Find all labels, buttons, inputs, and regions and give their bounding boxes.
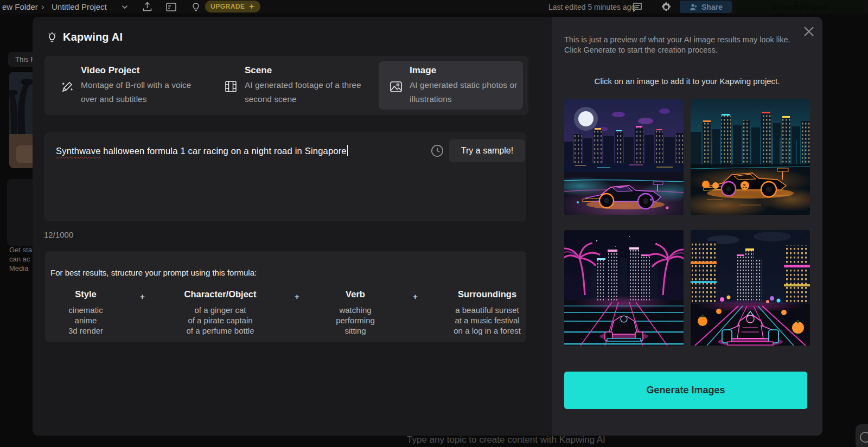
card-title: Scene: [245, 65, 372, 76]
prompt-text: Synthwave halloween formula 1 car racing…: [56, 145, 348, 156]
formula-header: Style: [53, 289, 118, 299]
generate-images-button[interactable]: Generate Images: [564, 372, 807, 409]
last-edited-label: Last edited 5 minutes ago: [548, 0, 635, 14]
card-scene[interactable]: Scene AI generated footage of a three se…: [214, 61, 372, 110]
sidebar-caption-line: can ac: [9, 255, 30, 263]
sidebar-upload-panel[interactable]: [7, 179, 33, 246]
preview-note: This is just a preview of what your AI i…: [564, 35, 790, 55]
generation-type-cards: Video Project Montage of B-roll with a v…: [44, 56, 528, 115]
export-label: Export Project: [773, 2, 828, 11]
preview-note-line: Click Generate to start the creation pro…: [564, 45, 790, 55]
magic-pencil-icon: [61, 80, 74, 93]
media-thumbnail[interactable]: [9, 72, 33, 134]
formula-tips-box: For best results, structure your prompt …: [45, 251, 526, 342]
formula-item: a beautiful sunset: [433, 305, 541, 315]
kapwing-ai-bulb-icon: [47, 32, 58, 43]
breadcrumb-separator: ›: [41, 0, 44, 14]
card-desc: AI generated static photos or illustrati…: [410, 78, 523, 106]
char-count: 12/1000: [44, 230, 73, 239]
formula-item: 3d render: [53, 325, 118, 336]
sidebar-caption-line: Media: [9, 264, 28, 272]
help-circle-icon: [859, 431, 868, 443]
formula-header: Character/Object: [161, 289, 280, 299]
formula-item: performing: [317, 315, 393, 325]
preview-note-line: This is just a preview of what your AI i…: [564, 35, 790, 45]
sidebar-caption-line: Get sta: [9, 246, 32, 254]
canvas-settings-icon[interactable]: [166, 0, 176, 14]
try-sample-button[interactable]: Try a sample!: [449, 139, 525, 162]
formula-header: Surroundings: [433, 289, 541, 299]
help-widget-button[interactable]: [856, 424, 868, 447]
ai-preview-image-4[interactable]: [691, 230, 810, 346]
plus-sign: +: [413, 292, 418, 301]
formula-item: anime: [53, 315, 118, 325]
history-clock-icon[interactable]: [431, 144, 444, 157]
suggestions-bulb-icon[interactable]: [191, 0, 201, 14]
kapwing-ai-modal: Kapwing AI Video Project Montage of B-ro…: [33, 17, 822, 436]
formula-intro: For best results, structure your prompt …: [50, 268, 257, 277]
top-bar: ew Folder › Untitled Project UPGRADE Las…: [0, 0, 868, 14]
card-image[interactable]: Image AI generated static photos or illu…: [379, 61, 523, 110]
share-button[interactable]: Share: [680, 1, 732, 13]
card-desc: Montage of B-roll with a voice over and …: [81, 78, 208, 106]
close-icon[interactable]: [803, 26, 814, 37]
share-person-icon: [689, 3, 698, 11]
misspelled-word: Synthwave: [56, 146, 101, 156]
comments-icon[interactable]: [633, 0, 642, 14]
export-project-button[interactable]: Export Project: [736, 1, 865, 13]
modal-title: Kapwing AI: [63, 31, 123, 43]
ai-preview-image-2[interactable]: [691, 99, 810, 215]
upload-icon[interactable]: [142, 0, 152, 14]
ai-preview-image-3[interactable]: [564, 230, 684, 346]
upgrade-button[interactable]: UPGRADE: [205, 1, 260, 12]
breadcrumb-folder[interactable]: ew Folder: [2, 0, 38, 14]
prompt-rest: halloween formula 1 car racing on a nigh…: [101, 146, 347, 156]
formula-item: at a music festival: [433, 315, 541, 325]
formula-item: of a pirate captain: [161, 315, 280, 325]
card-title: Video Project: [81, 65, 208, 76]
kapwing-editor-screen: ew Folder › Untitled Project UPGRADE Las…: [0, 0, 868, 447]
chevron-down-icon[interactable]: [122, 0, 128, 14]
formula-item: watching: [317, 305, 393, 315]
formula-item: on a log in a forest: [433, 325, 541, 336]
project-title[interactable]: Untitled Project: [52, 0, 107, 14]
plus-sign: +: [295, 292, 299, 301]
film-icon: [225, 80, 238, 93]
sparkle-icon: [248, 3, 255, 10]
card-title: Image: [410, 65, 523, 76]
text-cursor: [347, 145, 348, 156]
formula-item: of a ginger cat: [161, 305, 280, 315]
formula-item: sitting: [317, 325, 393, 336]
formula-header: Verb: [317, 289, 393, 299]
ai-preview-image-1[interactable]: [564, 99, 684, 215]
image-icon: [390, 80, 403, 93]
share-label: Share: [701, 3, 723, 11]
prompt-textarea[interactable]: Synthwave halloween formula 1 car racing…: [44, 132, 526, 221]
formula-item: of a perfume bottle: [161, 325, 280, 336]
click-image-note: Click on an image to add it to your Kapw…: [552, 76, 822, 86]
upgrade-label: UPGRADE: [210, 3, 245, 10]
ai-topic-input-hint[interactable]: Type any topic to create content with Ka…: [407, 435, 605, 445]
card-desc: AI generated footage of a three second s…: [245, 78, 372, 106]
preview-panel: This is just a preview of what your AI i…: [552, 17, 822, 436]
card-video-project[interactable]: Video Project Montage of B-roll with a v…: [50, 61, 208, 110]
media-thumbnail-button: [16, 145, 33, 163]
settings-gear-icon[interactable]: [661, 0, 671, 14]
formula-item: cinematic: [53, 305, 118, 315]
plus-sign: +: [140, 292, 145, 301]
modal-header: Kapwing AI: [47, 31, 123, 43]
